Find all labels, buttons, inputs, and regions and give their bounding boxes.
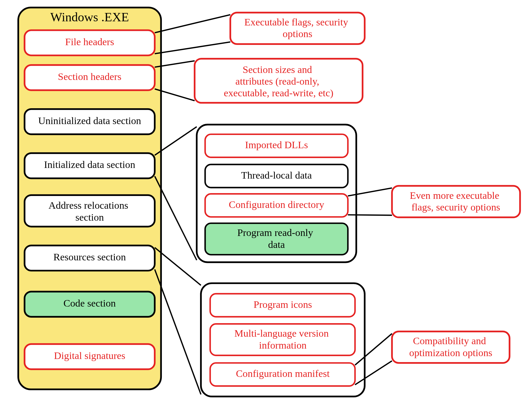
- section-uninit-data-label: Uninitialized data section: [38, 115, 141, 126]
- detail-program-icons: Program icons: [210, 294, 355, 317]
- svg-line-13: [155, 15, 230, 33]
- section-signatures: Digital signatures: [25, 344, 155, 369]
- svg-text:Thread-local data: Thread-local data: [241, 169, 312, 181]
- section-section-headers-label: Section headers: [58, 71, 121, 82]
- section-code-label: Code section: [63, 297, 116, 309]
- section-code: Code section: [25, 291, 155, 317]
- svg-text:Configuration directory: Configuration directory: [229, 199, 324, 210]
- section-resources: Resources section: [25, 246, 155, 271]
- detail-imported-dlls: Imported DLLs: [205, 134, 348, 157]
- detail-config-dir: Configuration directory: [205, 194, 348, 217]
- section-file-headers-label: File headers: [65, 36, 114, 47]
- section-uninit-data: Uninitialized data section: [25, 109, 155, 134]
- exe-structure-diagram: Windows .EXE File headers Section header…: [0, 0, 532, 407]
- svg-text:Program icons: Program icons: [254, 299, 312, 310]
- section-init-data: Initialized data section: [25, 153, 155, 178]
- svg-text:Imported DLLs: Imported DLLs: [245, 139, 308, 150]
- svg-line-35: [348, 215, 392, 215]
- detail-manifest: Configuration manifest: [210, 363, 355, 386]
- section-resources-label: Resources section: [54, 251, 126, 262]
- svg-line-14: [155, 42, 230, 54]
- section-file-headers: File headers: [25, 30, 155, 55]
- section-section-headers: Section headers: [25, 65, 155, 90]
- section-signatures-label: Digital signatures: [54, 350, 125, 361]
- exe-container-title: Windows .EXE: [50, 10, 129, 24]
- svg-text:Configuration manifest: Configuration manifest: [236, 368, 330, 379]
- section-init-data-label: Initialized data section: [44, 159, 135, 170]
- detail-thread-local: Thread-local data: [205, 165, 348, 188]
